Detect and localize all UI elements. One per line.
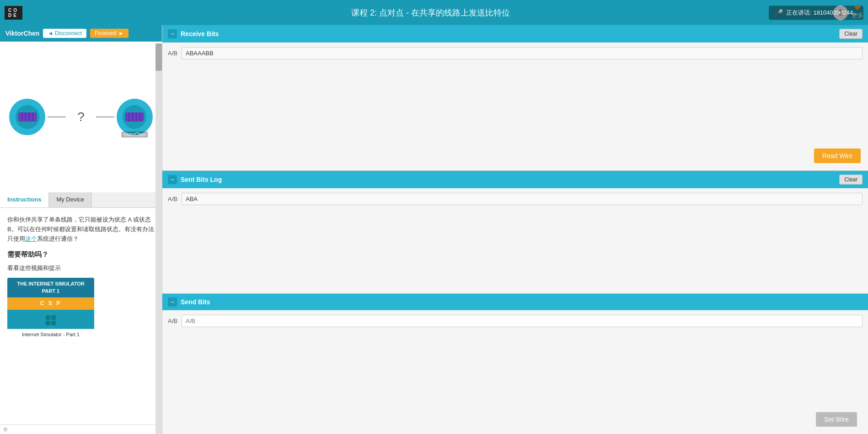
node-left-inner (16, 105, 39, 129)
receive-bits-header-left: − Receive Bits (168, 29, 219, 38)
set-wire-button[interactable]: Set Wire (816, 412, 857, 427)
node-right-label: ViktorChen (122, 132, 148, 138)
network-diagram: ? ViktorChen (0, 42, 162, 192)
receive-bits-collapse-button[interactable]: − (168, 29, 177, 38)
call-indicator: 🎤 正在讲话: 181040200244... (769, 5, 863, 20)
receive-bits-header: − Receive Bits Clear (162, 25, 868, 42)
top-navigation-bar: CODE 课程 2: 点对点 - 在共享的线路上发送比特位 1 更多 🎤 正在讲… (0, 0, 868, 25)
user-name: ViktorChen (5, 30, 39, 37)
video-thumbnail[interactable]: THE INTERNET SIMULATORPART 1 C S P Inter… (7, 278, 94, 341)
send-bits-section: − Send Bits A/B Set Wire (162, 294, 868, 434)
sent-bits-section: − Sent Bits Log Clear A/B (162, 171, 868, 294)
send-bits-ab-row: A/B (168, 315, 863, 327)
grid-sq-3 (46, 321, 50, 325)
grid-sq-2 (51, 315, 56, 320)
call-label: 正在讲话: 181040200244... (786, 9, 858, 17)
connection-line-2 (96, 116, 114, 117)
grid-sq-1 (46, 315, 50, 320)
tab-instructions[interactable]: Instructions (0, 192, 49, 207)
node-right: ViktorChen (117, 99, 153, 135)
connection-line (48, 116, 66, 117)
video-caption: Internet Simulator - Part 1 (7, 329, 94, 341)
help-title: 需要帮助吗？ (7, 249, 155, 260)
coil-icon-left (18, 112, 37, 122)
receive-bits-ab-label: A/B (168, 50, 182, 57)
csp-badge: C S P (7, 297, 94, 310)
receive-bits-clear-button[interactable]: Clear (839, 29, 863, 39)
send-bits-wrapper: A/B Set Wire (162, 310, 868, 434)
send-bits-title: Send Bits (181, 298, 210, 306)
disconnect-button[interactable]: ◄ Disconnect (43, 29, 86, 38)
receive-bits-title: Receive Bits (181, 30, 219, 37)
send-bits-header-left: − Send Bits (168, 297, 210, 307)
sent-bits-clear-button[interactable]: Clear (839, 175, 863, 185)
coil-icon-right (125, 112, 144, 122)
left-panel: ViktorChen ◄ Disconnect Finished! ► ? Vi… (0, 25, 162, 434)
send-bits-input[interactable] (182, 315, 863, 327)
tab-instructions-label: Instructions (7, 196, 41, 203)
microphone-icon: 🎤 (774, 8, 783, 17)
question-mark-icon: ? (77, 110, 85, 124)
video-title-text: THE INTERNET SIMULATORPART 1 (7, 278, 94, 297)
left-scrollbar[interactable] (155, 43, 162, 434)
sent-bits-ab-row: A/B (168, 193, 863, 205)
tab-my-device-label: My Device (56, 196, 84, 203)
receive-bits-body: A/B Read Wire (162, 42, 868, 170)
left-panel-header: ViktorChen ◄ Disconnect Finished! ► (0, 25, 162, 42)
this-link[interactable]: 这个 (25, 235, 37, 242)
node-left (9, 99, 45, 135)
send-bits-body: A/B (162, 310, 868, 405)
receive-bits-input[interactable] (182, 47, 863, 59)
sent-bits-header: − Sent Bits Log Clear (162, 171, 868, 188)
sent-bits-title: Sent Bits Log (181, 176, 222, 183)
main-layout: ViktorChen ◄ Disconnect Finished! ► ? Vi… (0, 25, 868, 434)
send-bits-collapse-button[interactable]: − (168, 297, 177, 307)
help-subtitle: 看看这些视频和提示 (7, 264, 155, 273)
receive-bits-ab-row: A/B (168, 47, 863, 59)
sent-bits-input[interactable] (182, 193, 863, 205)
scroll-thumb[interactable] (155, 43, 162, 71)
finished-button[interactable]: Finished! ► (90, 29, 129, 38)
receive-bits-section: − Receive Bits Clear A/B Read Wire (162, 25, 868, 171)
copyright: © (0, 424, 162, 434)
sent-bits-ab-label: A/B (168, 196, 182, 202)
sent-bits-collapse-button[interactable]: − (168, 175, 177, 184)
logo: CODE (5, 6, 22, 20)
video-icon-area (7, 310, 94, 329)
tab-my-device[interactable]: My Device (49, 192, 92, 207)
read-wire-button[interactable]: Read Wire (814, 148, 861, 163)
logo-text: CODE (8, 8, 19, 18)
right-panel: − Receive Bits Clear A/B Read Wire − Sen… (162, 25, 868, 434)
send-bits-header: − Send Bits (162, 294, 868, 310)
send-bits-ab-label: A/B (168, 318, 182, 324)
tabs-row: Instructions My Device (0, 192, 162, 208)
instructions-area: 你和伙伴共享了单条线路，它只能被设为状态 A 或状态 B。可以在任何时候都设置和… (0, 208, 162, 424)
sent-bits-header-left: − Sent Bits Log (168, 175, 222, 184)
video-grid-icon (46, 315, 56, 325)
sent-bits-body: A/B (162, 188, 868, 293)
node-right-inner (123, 105, 146, 129)
send-bits-bottom: Set Wire (162, 405, 868, 434)
course-title: 课程 2: 点对点 - 在共享的线路上发送比特位 (32, 7, 830, 18)
instructions-paragraph: 你和伙伴共享了单条线路，它只能被设为状态 A 或状态 B。可以在任何时候都设置和… (7, 215, 155, 243)
grid-sq-4 (51, 321, 56, 325)
